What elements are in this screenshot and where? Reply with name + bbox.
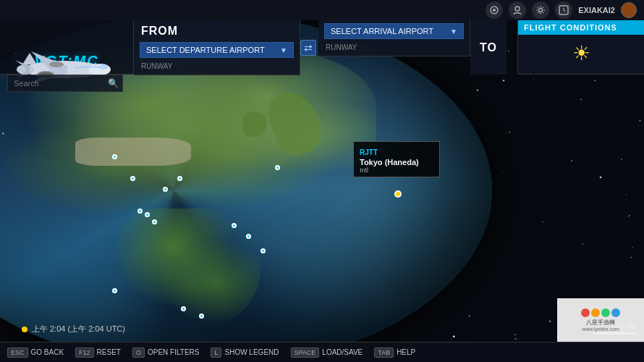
svg-point-1 xyxy=(493,9,496,12)
load-save-action[interactable]: SPACE LOAD/SAVE xyxy=(291,348,363,358)
svg-point-2 xyxy=(515,7,520,11)
f12-key: F12 xyxy=(75,348,94,358)
svg-point-3 xyxy=(539,9,543,12)
space-key: SPACE xyxy=(291,348,320,358)
settings-icon[interactable] xyxy=(532,1,549,19)
username-display: EXIAKAI2 xyxy=(578,6,615,14)
profile-icon[interactable] xyxy=(509,1,526,19)
open-filters-label: OPEN FILTERS xyxy=(148,348,200,356)
airport-tooltip: RJTT Tokyo (Haneda) Intl xyxy=(353,141,440,177)
load-save-label: LOAD/SAVE xyxy=(322,348,363,356)
reset-label: RESET xyxy=(97,348,121,356)
svg-point-11 xyxy=(99,64,108,70)
airport-name: Tokyo (Haneda) xyxy=(360,158,433,167)
go-back-label: GO BACK xyxy=(31,348,64,356)
notifications-icon[interactable] xyxy=(486,1,503,19)
bottom-bar: ESC GO BACK F12 RESET O OPEN FILTERS L S… xyxy=(0,342,644,362)
departure-placeholder: SELECT DEPARTURE AIRPORT xyxy=(146,46,265,54)
conditions-content: ☀ xyxy=(518,35,644,71)
open-filters-action[interactable]: O OPEN FILTERS xyxy=(132,348,200,358)
swap-airports-button[interactable]: ⇄ xyxy=(300,40,316,56)
conditions-header: FLIGHT CONDITIONS xyxy=(518,20,644,35)
green-circle xyxy=(601,308,610,317)
departure-runway: RUNWAY xyxy=(134,61,300,75)
departure-select[interactable]: SELECT DEPARTURE AIRPORT ▼ xyxy=(140,42,294,58)
watermark-circles xyxy=(581,308,620,317)
watermark: 八星手游网 www.lyshbx.com xyxy=(557,298,644,342)
from-panel: FROM SELECT DEPARTURE AIRPORT ▼ RUNWAY xyxy=(134,20,300,75)
tab-key: TAB xyxy=(374,348,394,358)
o-key: O xyxy=(132,348,145,358)
time-display: 上午 2:04 (上午 2:04 UTC) xyxy=(22,324,125,334)
show-legend-action[interactable]: L SHOW LEGEND xyxy=(211,348,279,358)
svg-point-10 xyxy=(49,62,64,67)
blue-circle xyxy=(611,308,620,317)
arrival-runway: RUNWAY xyxy=(318,42,470,56)
search-bar: 🔍 xyxy=(7,75,123,92)
user-avatar[interactable] xyxy=(621,2,637,18)
current-time: 上午 2:04 (上午 2:04 UTC) xyxy=(32,324,125,334)
arrival-placeholder: SELECT ARRIVAL AIRPORT xyxy=(331,27,433,35)
orange-circle xyxy=(591,308,600,317)
dropdown-arrow-icon: ▼ xyxy=(280,46,287,54)
account-icon[interactable] xyxy=(555,1,572,19)
airport-sub: Intl xyxy=(360,167,433,174)
logo-panel: VGT:MC xyxy=(0,20,134,75)
sunny-condition-icon[interactable]: ☀ xyxy=(572,41,590,65)
time-dot-icon xyxy=(22,327,27,332)
help-action[interactable]: TAB HELP xyxy=(374,348,415,358)
to-heading: TO xyxy=(480,41,497,54)
red-circle xyxy=(581,308,590,317)
watermark-name: 八星手游网 xyxy=(586,319,615,327)
help-label: HELP xyxy=(397,348,415,356)
to-panel: TO SELECT ARRIVAL AIRPORT ▼ RUNWAY xyxy=(318,20,470,56)
arrival-select[interactable]: SELECT ARRIVAL AIRPORT ▼ xyxy=(324,23,464,39)
reset-action[interactable]: F12 RESET xyxy=(75,348,121,358)
to-label-area: TO xyxy=(470,20,507,75)
esc-key: ESC xyxy=(7,348,28,358)
top-header: EXIAKAI2 xyxy=(0,0,644,20)
show-legend-label: SHOW LEGEND xyxy=(224,348,279,356)
airport-code: RJTT xyxy=(360,148,378,156)
search-icon[interactable]: 🔍 xyxy=(108,78,119,88)
search-input[interactable] xyxy=(7,75,123,92)
go-back-action[interactable]: ESC GO BACK xyxy=(7,348,64,358)
watermark-url: www.lyshbx.com xyxy=(582,327,619,332)
from-label: FROM xyxy=(134,20,300,39)
l-key: L xyxy=(211,348,221,358)
conditions-panel: FLIGHT CONDITIONS ☀ xyxy=(517,20,644,75)
dropdown-arrow-icon: ▼ xyxy=(450,28,457,35)
